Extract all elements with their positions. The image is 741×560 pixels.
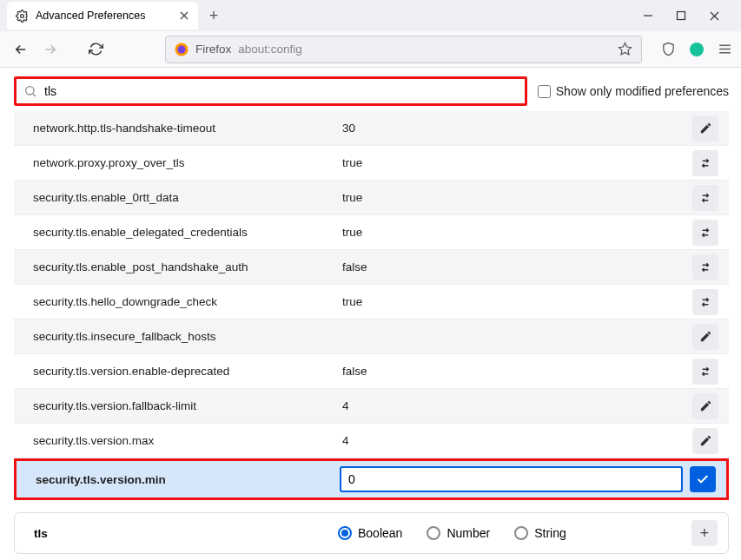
maximize-icon[interactable] <box>675 10 687 22</box>
type-radio-string[interactable]: String <box>514 526 566 540</box>
new-tab-button[interactable]: + <box>202 3 226 28</box>
grammarly-icon[interactable] <box>690 43 704 56</box>
pref-value: true <box>337 156 692 169</box>
pref-row: security.tls.version.enable-deprecatedfa… <box>14 354 729 389</box>
pref-row: security.tls.enable_delegated_credential… <box>14 215 729 250</box>
tab-title: Advanced Preferences <box>36 10 145 22</box>
pref-name: security.tls.version.max <box>33 434 337 447</box>
minimize-icon[interactable] <box>642 10 654 22</box>
forward-button[interactable] <box>38 37 63 62</box>
search-icon <box>23 84 37 98</box>
page-content[interactable]: Show only modified preferences network.h… <box>0 68 741 560</box>
type-radio-group: BooleanNumberString <box>338 526 691 540</box>
type-radio-number[interactable]: Number <box>427 526 490 540</box>
pref-name: security.tls.version.fallback-limit <box>33 399 337 412</box>
toggle-button[interactable] <box>692 254 718 280</box>
pref-name: network.proxy.proxy_over_tls <box>33 156 337 169</box>
pref-name: security.tls.enable_delegated_credential… <box>33 226 337 239</box>
close-icon[interactable] <box>708 10 720 22</box>
toggle-button[interactable] <box>692 185 718 211</box>
pref-row: network.http.tls-handshake-timeout30 <box>14 111 729 146</box>
show-modified-label: Show only modified preferences <box>556 84 729 98</box>
pref-name: security.tls.version.enable-deprecated <box>33 365 337 378</box>
svg-point-0 <box>21 14 24 17</box>
pocket-icon[interactable] <box>661 42 676 56</box>
url-protocol: Firefox <box>195 43 231 56</box>
radio-label: Boolean <box>358 526 402 540</box>
toggle-button[interactable] <box>692 359 718 385</box>
pref-value: 4 <box>337 434 692 447</box>
svg-line-10 <box>33 94 36 96</box>
radio-label: Number <box>447 526 490 540</box>
pref-value: 30 <box>337 122 692 135</box>
toggle-button[interactable] <box>692 150 718 176</box>
new-pref-name: tls <box>34 527 338 540</box>
radio-icon <box>514 526 528 540</box>
pref-row: security.tls.insecure_fallback_hosts <box>14 320 729 354</box>
pref-value: false <box>337 365 692 378</box>
pref-value: true <box>337 226 692 239</box>
svg-point-4 <box>178 45 186 53</box>
toggle-button[interactable] <box>692 289 718 315</box>
edit-button[interactable] <box>692 428 718 454</box>
pref-value: true <box>337 295 692 308</box>
browser-tab[interactable]: Advanced Preferences <box>7 2 198 30</box>
toolbar-right <box>651 42 732 56</box>
edit-button[interactable] <box>692 324 718 350</box>
pref-name: security.tls.enable_0rtt_data <box>33 191 337 204</box>
pref-name: network.http.tls-handshake-timeout <box>33 122 337 135</box>
new-pref-row: tls BooleanNumberString + <box>14 512 729 554</box>
pref-name: security.tls.version.min <box>36 473 340 486</box>
pref-value-input[interactable] <box>340 466 683 492</box>
firefox-icon <box>175 43 189 56</box>
toggle-button[interactable] <box>692 220 718 246</box>
nav-toolbar: Firefox about:config <box>0 31 741 68</box>
tab-strip: Advanced Preferences + <box>0 0 741 31</box>
add-pref-button[interactable]: + <box>691 520 718 546</box>
pref-search-box <box>14 76 527 106</box>
pref-row: security.tls.enable_0rtt_datatrue <box>14 181 729 215</box>
show-modified-checkbox[interactable]: Show only modified preferences <box>538 84 729 98</box>
pref-table: network.http.tls-handshake-timeout30netw… <box>14 111 729 458</box>
pref-search-input[interactable] <box>44 84 518 98</box>
svg-rect-2 <box>678 12 685 20</box>
edit-button[interactable] <box>692 393 718 419</box>
pref-value: true <box>337 191 692 204</box>
url-path: about:config <box>238 43 302 56</box>
radio-icon <box>338 526 352 540</box>
pref-row: security.tls.version.fallback-limit4 <box>14 389 729 424</box>
pref-row: security.tls.hello_downgrade_checktrue <box>14 285 729 320</box>
radio-label: String <box>534 526 566 540</box>
edit-button[interactable] <box>692 115 718 142</box>
bookmark-icon[interactable] <box>618 42 632 56</box>
radio-icon <box>427 526 440 540</box>
gear-icon <box>16 10 29 23</box>
close-tab-icon[interactable] <box>179 10 189 21</box>
menu-icon[interactable] <box>718 42 732 56</box>
show-modified-input[interactable] <box>538 85 551 98</box>
reload-button[interactable] <box>83 37 108 62</box>
pref-row: network.proxy.proxy_over_tlstrue <box>14 146 729 181</box>
pref-row: security.tls.version.max4 <box>14 424 729 458</box>
pref-value: 4 <box>337 399 692 412</box>
url-bar[interactable]: Firefox about:config <box>165 36 642 63</box>
save-button[interactable] <box>690 466 716 492</box>
svg-marker-5 <box>619 43 631 54</box>
pref-row: security.tls.enable_post_handshake_authf… <box>14 250 729 285</box>
pref-value: false <box>337 260 692 273</box>
pref-row-editing: security.tls.version.min <box>14 458 729 500</box>
pref-name: security.tls.enable_post_handshake_auth <box>33 260 337 273</box>
pref-name: security.tls.insecure_fallback_hosts <box>33 330 337 343</box>
type-radio-boolean[interactable]: Boolean <box>338 526 402 540</box>
back-button[interactable] <box>9 37 33 62</box>
svg-point-9 <box>26 87 34 95</box>
window-controls <box>642 10 738 22</box>
pref-name: security.tls.hello_downgrade_check <box>33 295 337 308</box>
